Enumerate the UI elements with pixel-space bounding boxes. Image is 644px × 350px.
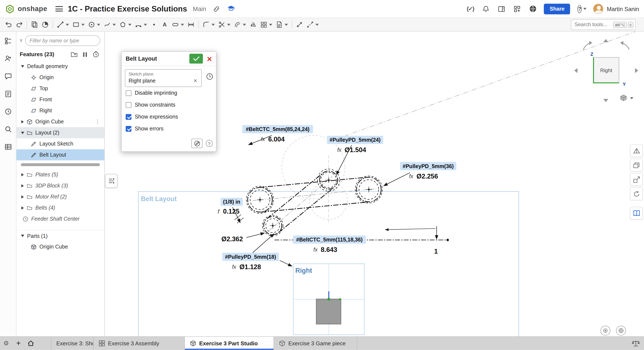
refresh-view-button[interactable]: [630, 187, 643, 200]
export-view-button[interactable]: [630, 173, 643, 186]
add-tab-button[interactable]: +: [12, 337, 25, 350]
dimension-offset[interactable]: 1: [434, 248, 438, 255]
tab-exercise-3-game-piece[interactable]: Exercise 3 Game piece: [274, 337, 357, 350]
filter-funnel-icon[interactable]: [20, 37, 22, 44]
tree-item-parts-group[interactable]: Parts (1): [16, 230, 104, 241]
add-folder-icon[interactable]: [71, 51, 78, 57]
belt-lines[interactable]: [248, 171, 381, 235]
dimension-name[interactable]: #PulleyPD_5mm(36): [403, 163, 454, 169]
option-show-constraints[interactable]: Show constraints: [125, 99, 213, 111]
fillet-tool-button[interactable]: [201, 19, 216, 30]
cancel-button[interactable]: ×: [206, 54, 212, 63]
tree-item-3dp-block-folder[interactable]: 3DP Block (3): [16, 180, 104, 191]
tree-item-front-plane[interactable]: Front: [16, 94, 104, 105]
dimension-value[interactable]: 0.125: [223, 208, 240, 215]
dimension-name[interactable]: #BeltCTC_5mm(115,18,36): [296, 237, 362, 243]
slot-tool-button[interactable]: [170, 19, 186, 30]
view-options-menu[interactable]: [619, 94, 633, 102]
add-instance-icon[interactable]: [4, 54, 12, 63]
share-button[interactable]: Share: [544, 3, 570, 14]
target-snap-icon[interactable]: [600, 326, 610, 336]
settings-gear-icon[interactable]: ⚙: [0, 337, 12, 350]
collapse-caret-icon[interactable]: [20, 195, 26, 198]
expand-caret-icon[interactable]: [20, 132, 26, 134]
point-tool-button[interactable]: [149, 19, 159, 30]
dxf-import-button[interactable]: [274, 19, 290, 30]
main-menu-icon[interactable]: [56, 6, 63, 11]
community-globe-icon[interactable]: [528, 4, 537, 13]
dimension-name[interactable]: #PulleyPD_5mm(18): [225, 254, 276, 260]
chevron-down-icon[interactable]: [316, 24, 319, 26]
origin-cube-section[interactable]: [316, 291, 341, 324]
rotate-down-arrow[interactable]: [603, 99, 608, 102]
tree-item-layout-sketch[interactable]: Layout Sketch: [16, 138, 104, 149]
chevron-down-icon[interactable]: [212, 24, 215, 26]
rollback-bar[interactable]: [21, 163, 100, 166]
chevron-down-icon[interactable]: [112, 24, 116, 26]
tree-item-origin-cube-feature[interactable]: Origin Cube ⋮: [16, 116, 104, 127]
option-show-expressions[interactable]: Show expressions: [125, 111, 213, 123]
tab-exercise-3-assembly[interactable]: Exercise 3 Assembly: [94, 337, 185, 350]
tree-item-origin-cube-part[interactable]: Origin Cube: [16, 241, 104, 252]
option-show-errors[interactable]: Show errors: [125, 123, 213, 135]
regenerate-clock-icon[interactable]: [92, 51, 100, 58]
dimension-name[interactable]: #BeltCTC_5mm(85,24,24): [246, 126, 310, 132]
dimension-value[interactable]: 6.004: [268, 136, 284, 143]
checkbox[interactable]: [126, 102, 132, 108]
link-icon[interactable]: [212, 4, 221, 13]
rotate-left-arrow[interactable]: [574, 68, 577, 73]
mirror-tool-button[interactable]: [248, 19, 258, 30]
isometric-view-button[interactable]: [630, 145, 643, 157]
chevron-down-icon[interactable]: [82, 24, 84, 26]
pause-regeneration-icon[interactable]: [83, 51, 88, 57]
redo-button[interactable]: [14, 19, 25, 30]
tab-exercise-3-sho[interactable]: Exercise 3: Sho: [51, 337, 94, 350]
dimension-pulley18[interactable]: #PulleyPD_5mm(18) fx Ø1.128: [222, 253, 279, 271]
dimension-value[interactable]: Ø1.128: [240, 263, 261, 271]
user-avatar[interactable]: [593, 3, 604, 14]
roll-arrows[interactable]: [583, 41, 629, 50]
history-icon[interactable]: [4, 107, 12, 116]
view-cube-face-label[interactable]: Right: [600, 67, 612, 73]
chevron-down-icon[interactable]: [243, 24, 246, 26]
checkbox[interactable]: [126, 90, 132, 96]
tables-icon[interactable]: [4, 142, 12, 151]
sheet-pages-icon[interactable]: [29, 19, 40, 30]
dimension-value[interactable]: Ø1.504: [345, 146, 366, 154]
chevron-down-icon[interactable]: [284, 24, 288, 26]
chevron-down-icon[interactable]: [128, 24, 132, 26]
offset-tool-button[interactable]: [232, 19, 248, 30]
dialog-header[interactable]: Belt Layout ×: [122, 52, 216, 66]
tree-item-plates-folder[interactable]: Plates (5): [16, 169, 104, 180]
user-name[interactable]: Martin Sanin: [607, 5, 639, 12]
rectangle-tool-button[interactable]: [71, 19, 86, 30]
notifications-bell-icon[interactable]: [482, 4, 490, 13]
featurescript-icon[interactable]: {✓}: [466, 4, 475, 13]
lifebuoy-help-icon[interactable]: [616, 326, 626, 336]
feature-list-flyout-handle[interactable]: [105, 174, 118, 188]
dimension-belt1[interactable]: #BeltCTC_5mm(85,24,24) fx 6.004: [242, 125, 313, 143]
tree-item-right-plane[interactable]: Right: [16, 105, 104, 116]
circle-tool-button[interactable]: [86, 19, 102, 30]
dialog-help-icon[interactable]: ?: [206, 140, 213, 147]
dimension-pulley36[interactable]: #PulleyPD_5mm(36) fx Ø2.256: [400, 162, 456, 180]
tree-item-belts-folder[interactable]: Belts (4): [16, 202, 104, 213]
expand-caret-icon[interactable]: [20, 65, 26, 68]
chevron-down-icon[interactable]: [144, 24, 147, 26]
dimension-value[interactable]: Ø2.256: [416, 173, 438, 180]
chevron-down-icon[interactable]: [66, 24, 69, 26]
tab-exercise-3-part-studio[interactable]: Exercise 3 Part Studio: [185, 337, 274, 350]
clear-selection-icon[interactable]: ×: [193, 77, 198, 84]
document-title[interactable]: 1C - Practice Exercise Solutions: [68, 4, 187, 13]
checkbox[interactable]: [126, 114, 132, 120]
collapse-caret-icon[interactable]: [20, 173, 26, 176]
pattern-tool-button[interactable]: [258, 19, 274, 30]
kebab-menu-icon[interactable]: ⋮: [95, 119, 100, 125]
properties-notes-icon[interactable]: [4, 89, 12, 98]
collapse-caret-icon[interactable]: [20, 120, 26, 123]
checkbox[interactable]: [126, 126, 132, 132]
dimension-belt2[interactable]: #BeltCTC_5mm(115,18,36) fx 8.643: [293, 235, 366, 253]
trim-tool-button[interactable]: [216, 19, 232, 30]
dimension-name[interactable]: (1/8) in: [223, 199, 240, 205]
onshape-logo[interactable]: onshape: [5, 4, 47, 14]
